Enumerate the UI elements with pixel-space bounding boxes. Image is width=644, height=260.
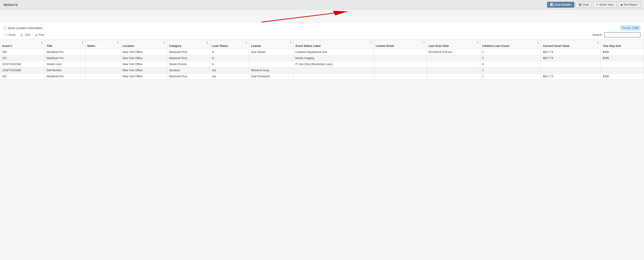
table-header: ⇕ Asset # ⇕ Title ⇕ Notes ⇕ Location ⇕ — [0, 40, 644, 49]
sort-icon-category: ⇕ — [206, 41, 208, 44]
cell-loan_status: in — [210, 61, 249, 67]
chart-builder-icon: 📊 — [550, 3, 553, 6]
cell-year_dep_amt: $308. — [601, 73, 644, 79]
cell-year_dep_amt — [601, 67, 644, 73]
cell-notes — [85, 55, 121, 61]
cell-asset_num: 100 — [0, 49, 45, 55]
cell-lifetime_loan_count: 1 — [480, 73, 541, 79]
cell-notes — [85, 67, 121, 73]
search-input[interactable] — [604, 32, 640, 37]
table-row: 101MacBook ProNew York OfficeMacbook Pro… — [0, 55, 644, 61]
col-header-asset-status[interactable]: ⇕ Asset Status Label — [293, 40, 374, 49]
cell-category: Monitors — [167, 67, 210, 73]
cell-category: Macbook Pros — [167, 49, 210, 55]
show-location-label[interactable]: Show Location Information — [4, 26, 42, 30]
cell-current_asset_value: $617.73 — [541, 55, 601, 61]
cell-category: Macbook Pros — [167, 55, 210, 61]
search-area: Search: — [592, 32, 640, 37]
results-header: RESULTS 📊 Chart Builder 🖼 Chart ✂ Shrink… — [0, 0, 644, 10]
run-report-button[interactable]: ▶ Run Report — [618, 2, 640, 8]
col-header-loanee[interactable]: ⇕ Loanee — [249, 40, 293, 49]
cell-loan_status: out — [210, 67, 249, 73]
cell-loanee: Gail Forcewind — [249, 73, 293, 79]
controls-bar: Show Location Information Found: 1,099 📄… — [0, 23, 644, 40]
show-location-checkbox[interactable] — [4, 26, 6, 29]
sort-icon-notes: ⇕ — [117, 41, 118, 44]
print-button[interactable]: 🖨 Print — [34, 33, 45, 37]
cell-loanee: Sue Vaneer — [249, 49, 293, 55]
svg-line-0 — [262, 11, 347, 22]
cell-title: MacBook Pro — [45, 49, 85, 55]
sort-icon-asset: ⇕ — [41, 41, 43, 44]
cell-lifetime_loan_count: 1 — [480, 67, 541, 73]
excel-icon: 📄 — [4, 33, 8, 36]
cell-asset_num: 101 — [0, 55, 45, 61]
cell-location: New York Office — [121, 55, 167, 61]
col-header-loan-status[interactable]: ⇕ Loan Status — [210, 40, 249, 49]
col-header-asset[interactable]: ⇕ Asset # — [0, 40, 45, 49]
col-header-notes[interactable]: ⇕ Notes — [85, 40, 121, 49]
col-header-location[interactable]: ⇕ Location — [121, 40, 167, 49]
cell-asset_status_label — [293, 73, 374, 79]
cell-last_scan_date — [427, 73, 480, 79]
cell-asset_num: 1015T3101566 — [0, 61, 45, 67]
cell-loan_status: in — [210, 49, 249, 55]
col-header-last-scan[interactable]: ⇕ Last Scan Date — [427, 40, 480, 49]
cell-loanee_email — [374, 73, 427, 79]
cell-notes — [85, 49, 121, 55]
excel-button[interactable]: 📄 Excel — [4, 33, 16, 37]
controls-top: Show Location Information Found: 1,099 — [4, 25, 640, 30]
cell-asset_num: 1016T3101666 — [0, 67, 45, 73]
sort-icon-title: ⇕ — [82, 41, 84, 44]
cell-current_asset_value — [541, 61, 601, 67]
cell-loanee — [249, 55, 293, 61]
cell-loanee_email — [374, 61, 427, 67]
cell-loan_status: out — [210, 73, 249, 79]
cell-lifetime_loan_count: 1 — [480, 49, 541, 55]
sort-icon-loan-status: ⇕ — [245, 41, 247, 44]
cell-location: New York Office — [121, 73, 167, 79]
cell-category: Macbook Pros — [167, 73, 210, 79]
cell-location: New York Office — [121, 61, 167, 67]
table-wrapper: ⇕ Asset # ⇕ Title ⇕ Notes ⇕ Location ⇕ — [0, 40, 644, 79]
cell-loan_status: in — [210, 55, 249, 61]
cell-asset_status_label: Creative Department Use — [293, 49, 374, 55]
chart-builder-button[interactable]: 📊 Chart Builder — [547, 2, 574, 8]
table-row: 100MacBook ProNew York OfficeMacbook Pro… — [0, 49, 644, 55]
cell-category: Studio Rooms — [167, 61, 210, 67]
cell-title: Dell Monitor — [45, 67, 85, 73]
cell-last_scan_date: 8/12/2019 0:05 am — [427, 49, 480, 55]
col-header-category[interactable]: ⇕ Category — [167, 40, 210, 49]
cell-year_dep_amt — [601, 61, 644, 67]
cell-notes — [85, 61, 121, 67]
shrink-icon: ✂ — [596, 3, 598, 6]
col-header-title[interactable]: ⇕ Title — [45, 40, 85, 49]
cell-last_scan_date — [427, 61, 480, 67]
sort-icon-lifetime: ⇕ — [537, 41, 539, 44]
table-row: 102MacBook ProNew York OfficeMacbook Pro… — [0, 73, 644, 79]
col-header-year-dep[interactable]: Year Dep Amt — [601, 40, 644, 49]
sort-icon-location: ⇕ — [164, 41, 165, 44]
col-header-current-value[interactable]: ⇕ Current Asset Value — [541, 40, 601, 49]
cell-loanee_email — [374, 49, 427, 55]
results-title: RESULTS — [4, 3, 18, 6]
run-icon: ▶ — [621, 3, 623, 6]
chart-button[interactable]: 🖼 Chart — [576, 2, 592, 8]
col-header-lifetime[interactable]: ⇕ Lifetime Loan Count — [480, 40, 541, 49]
cell-asset_status_label — [293, 67, 374, 73]
col-header-loanee-email[interactable]: ⇕ Loanee Email — [374, 40, 427, 49]
cell-last_scan_date — [427, 67, 480, 73]
search-label: Search: — [592, 33, 602, 36]
shrink-view-button[interactable]: ✂ Shrink View — [593, 2, 616, 8]
cell-asset_status_label: IT Use Only (Restricted Loan) — [293, 61, 374, 67]
cell-location: New York Office — [121, 49, 167, 55]
table-row: 1016T3101666Dell MonitorNew York OfficeM… — [0, 67, 644, 73]
arrow-annotation — [0, 10, 644, 23]
cell-year_dep_amt: $308. — [601, 55, 644, 61]
cell-loanee_email — [374, 67, 427, 73]
header-buttons: 📊 Chart Builder 🖼 Chart ✂ Shrink View ▶ … — [547, 2, 640, 8]
results-table: ⇕ Asset # ⇕ Title ⇕ Notes ⇕ Location ⇕ — [0, 40, 644, 79]
cell-loanee — [249, 61, 293, 67]
csv-button[interactable]: 📋 .CSV — [19, 33, 31, 37]
cell-title: Studio room — [45, 61, 85, 67]
